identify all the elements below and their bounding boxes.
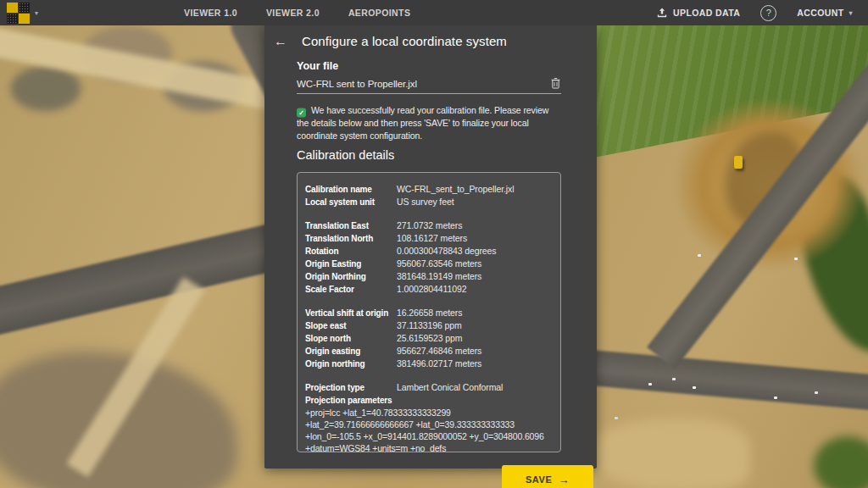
trash-icon bbox=[550, 77, 561, 89]
logo-caret-icon: ▾ bbox=[35, 9, 38, 17]
bg-excavator bbox=[734, 156, 743, 169]
chevron-down-icon: ▾ bbox=[849, 9, 853, 17]
detail-value: 381496.02717 meters bbox=[397, 358, 481, 370]
detail-label: Scale Factor bbox=[305, 283, 397, 296]
detail-label: Rotation bbox=[305, 245, 397, 258]
account-label: ACCOUNT bbox=[797, 8, 843, 18]
detail-group: Vertical shift at origin16.26658 metersS… bbox=[305, 307, 554, 370]
detail-value: 1.0002804411092 bbox=[397, 283, 466, 296]
detail-row: Calibration nameWC-FRL_sent_to_Propeller… bbox=[305, 183, 554, 196]
logo-square bbox=[7, 3, 18, 13]
success-check-icon: ✓ bbox=[297, 108, 306, 118]
detail-value: 25.6159523 ppm bbox=[397, 332, 462, 345]
arrow-right-icon: → bbox=[558, 474, 570, 486]
configure-coordinate-system-modal: ← Configure a local coordinate system Yo… bbox=[264, 25, 597, 469]
detail-value: 956067.63546 meters bbox=[397, 258, 481, 270]
detail-label: Origin easting bbox=[305, 345, 397, 358]
detail-row: Translation North108.16127 meters bbox=[305, 232, 554, 245]
detail-group: Calibration nameWC-FRL_sent_to_Propeller… bbox=[305, 183, 554, 208]
question-mark-icon: ? bbox=[766, 8, 771, 18]
detail-value: 0.000300478843 degrees bbox=[397, 245, 497, 258]
topbar-right: UPLOAD DATA ? ACCOUNT ▾ bbox=[657, 5, 868, 21]
save-button-label: SAVE bbox=[526, 474, 553, 485]
calibration-details-box: Calibration nameWC-FRL_sent_to_Propeller… bbox=[297, 172, 561, 452]
detail-label: Origin northing bbox=[305, 358, 397, 370]
detail-row: Origin Easting956067.63546 meters bbox=[305, 258, 554, 270]
bg-vehicle-specks bbox=[648, 383, 652, 385]
detail-row: Scale Factor1.0002804411092 bbox=[305, 283, 554, 296]
file-name-value: WC-FRL sent to Propeller.jxl bbox=[297, 79, 417, 89]
detail-label: Slope east bbox=[305, 319, 397, 332]
detail-value: 108.16127 meters bbox=[397, 232, 467, 245]
detail-label: Origin Northing bbox=[305, 270, 397, 283]
detail-value: 16.26658 meters bbox=[397, 307, 462, 319]
detail-value: US survey feet bbox=[397, 196, 453, 208]
projection-parameters-value: +proj=lcc +lat_1=40.78333333333299 +lat_… bbox=[305, 407, 554, 452]
detail-label: Translation East bbox=[305, 219, 397, 232]
upload-icon bbox=[657, 8, 667, 18]
back-arrow-icon[interactable]: ← bbox=[274, 35, 287, 48]
modal-header: ← Configure a local coordinate system bbox=[264, 25, 597, 48]
detail-group: Projection typeLambert Conical Conformal… bbox=[305, 381, 554, 452]
detail-value: 381648.19149 meters bbox=[397, 270, 481, 283]
delete-file-button[interactable] bbox=[550, 77, 561, 89]
detail-value: 956627.46846 meters bbox=[397, 345, 481, 358]
nav-aeropoints[interactable]: AEROPOINTS bbox=[348, 8, 410, 18]
account-menu[interactable]: ACCOUNT ▾ bbox=[797, 8, 853, 18]
projection-parameters-label: Projection parameters bbox=[305, 394, 554, 407]
success-message: ✓We have successfully read your calibrat… bbox=[297, 104, 561, 142]
detail-value: WC-FRL_sent_to_Propeller.jxl bbox=[397, 183, 514, 196]
nav-viewer-2[interactable]: VIEWER 2.0 bbox=[266, 8, 320, 18]
detail-value: 37.1133196 ppm bbox=[397, 319, 462, 332]
modal-title: Configure a local coordinate system bbox=[302, 34, 507, 48]
nav-viewer-1[interactable]: VIEWER 1.0 bbox=[184, 8, 237, 18]
detail-row: Translation East271.0732 meters bbox=[305, 219, 554, 232]
detail-value: Lambert Conical Conformal bbox=[397, 381, 503, 394]
detail-label: Calibration name bbox=[305, 183, 397, 196]
propeller-logo-icon bbox=[7, 3, 30, 24]
detail-row: Projection typeLambert Conical Conformal bbox=[305, 381, 554, 394]
detail-label: Translation North bbox=[305, 232, 397, 245]
app-logo[interactable]: ▾ bbox=[7, 3, 38, 24]
success-message-text: We have successfully read your calibrati… bbox=[297, 105, 548, 141]
detail-label: Origin Easting bbox=[305, 258, 397, 270]
detail-row: Slope east37.1133196 ppm bbox=[305, 319, 554, 332]
logo-square bbox=[19, 3, 30, 13]
top-bar: ▾ VIEWER 1.0 VIEWER 2.0 AEROPOINTS UPLOA… bbox=[0, 0, 868, 25]
upload-data-label: UPLOAD DATA bbox=[673, 8, 740, 18]
logo-square bbox=[7, 14, 18, 24]
file-field[interactable]: WC-FRL sent to Propeller.jxl bbox=[297, 77, 561, 94]
modal-body: Your file WC-FRL sent to Propeller.jxl ✓… bbox=[264, 60, 597, 452]
detail-row: Rotation0.000300478843 degrees bbox=[305, 245, 554, 258]
detail-row: Local system unitUS survey feet bbox=[305, 196, 554, 208]
calibration-details-heading: Calibration details bbox=[297, 148, 561, 162]
detail-label: Projection type bbox=[305, 381, 397, 394]
detail-row: Slope north25.6159523 ppm bbox=[305, 332, 554, 345]
bg-grass-corner bbox=[814, 436, 868, 488]
detail-row: Origin Northing381648.19149 meters bbox=[305, 270, 554, 283]
detail-value: 271.0732 meters bbox=[397, 219, 462, 232]
detail-row: Origin easting956627.46846 meters bbox=[305, 345, 554, 358]
detail-row: Origin northing381496.02717 meters bbox=[305, 358, 554, 370]
bg-dirt-patch-right bbox=[589, 419, 750, 488]
detail-label: Local system unit bbox=[305, 196, 397, 208]
detail-label: Slope north bbox=[305, 332, 397, 345]
your-file-label: Your file bbox=[297, 60, 561, 72]
save-button[interactable]: SAVE → bbox=[502, 465, 593, 488]
logo-square bbox=[19, 14, 30, 24]
detail-group: Translation East271.0732 metersTranslati… bbox=[305, 219, 554, 296]
upload-data-button[interactable]: UPLOAD DATA bbox=[657, 8, 740, 18]
detail-label: Vertical shift at origin bbox=[305, 307, 397, 319]
bg-road-right-horizontal bbox=[582, 349, 868, 411]
detail-row: Vertical shift at origin16.26658 meters bbox=[305, 307, 554, 319]
main-nav: VIEWER 1.0 VIEWER 2.0 AEROPOINTS bbox=[184, 8, 410, 18]
help-button[interactable]: ? bbox=[760, 5, 776, 21]
